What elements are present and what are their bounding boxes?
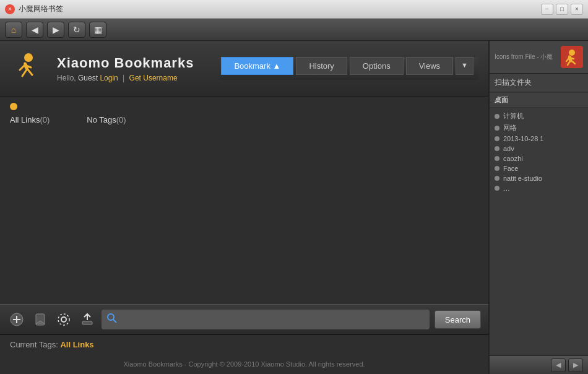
- tab-views[interactable]: Views: [406, 57, 453, 75]
- menu-button[interactable]: ▦: [89, 22, 106, 38]
- right-panel: Icons from File - 小魔 扫描文件夹 桌面 计算机: [489, 41, 588, 374]
- right-list: 计算机 网络 2013-10-28 1 adv caozhi Face: [490, 108, 588, 355]
- right-top: Icons from File - 小魔: [490, 41, 588, 74]
- bookmark-icon: [34, 313, 46, 326]
- search-input[interactable]: [121, 315, 425, 324]
- list-dot: [495, 186, 499, 191]
- no-tags-item: No Tags(0): [87, 115, 126, 124]
- search-icon: [106, 313, 118, 326]
- svg-point-16: [569, 50, 575, 56]
- left-panel: Xiaomo Bookmarks Hello, Guest Login | Ge…: [0, 41, 489, 374]
- upload-button[interactable]: [78, 310, 97, 329]
- svg-line-3: [27, 69, 32, 75]
- bottom-nav-btn-left[interactable]: ◀: [551, 359, 566, 372]
- spacer-area: [0, 207, 488, 305]
- list-item-label: natit e-studio: [503, 175, 542, 182]
- svg-point-14: [108, 314, 114, 320]
- list-dot: [495, 126, 499, 131]
- list-item-label: 网络: [503, 123, 517, 133]
- svg-rect-12: [82, 321, 92, 324]
- right-top-label: Icons from File - 小魔: [495, 53, 557, 61]
- tab-bookmark[interactable]: Bookmark ▲: [221, 57, 293, 75]
- guest-label: Guest: [78, 74, 98, 82]
- list-item[interactable]: 2013-10-28 1: [490, 134, 588, 144]
- list-dot: [495, 114, 499, 119]
- links-row: All Links(0) No Tags(0): [10, 115, 478, 124]
- refresh-button[interactable]: ↻: [68, 22, 85, 38]
- list-item-label: 计算机: [503, 111, 524, 121]
- list-dot: [495, 146, 499, 151]
- search-button[interactable]: Search: [435, 310, 481, 329]
- all-links-label: All Links: [10, 115, 40, 124]
- dot-indicator: [10, 103, 17, 110]
- list-dot: [495, 176, 499, 181]
- back-button[interactable]: ◀: [26, 22, 43, 38]
- list-dot: [495, 136, 499, 141]
- right-avatar: [561, 46, 583, 68]
- svg-line-4: [20, 65, 25, 70]
- title-bar: × 小魔网络书签 − □ ×: [0, 0, 588, 19]
- search-area: [102, 310, 430, 329]
- right-bottom-nav: ◀ ▶: [490, 355, 588, 374]
- list-item[interactable]: natit e-studio: [490, 173, 588, 183]
- nav-bar: ⌂ ◀ ▶ ↻ ▦: [0, 19, 588, 41]
- header-section: Xiaomo Bookmarks Hello, Guest Login | Ge…: [0, 41, 488, 97]
- list-item[interactable]: 计算机: [490, 110, 588, 122]
- list-item-label: 2013-10-28 1: [503, 135, 543, 142]
- logo-area: [10, 50, 47, 87]
- list-item[interactable]: 网络: [490, 122, 588, 134]
- app-icon: ×: [5, 4, 15, 14]
- scan-files[interactable]: 扫描文件夹: [490, 74, 588, 92]
- all-links-item: All Links(0): [10, 115, 50, 124]
- list-item-label: …: [503, 185, 510, 192]
- list-item[interactable]: caozhi: [490, 154, 588, 163]
- add-button[interactable]: [7, 310, 26, 329]
- tab-options[interactable]: Options: [350, 57, 404, 75]
- list-item[interactable]: Face: [490, 163, 588, 173]
- tabs-row: Bookmark ▲ History Options Views ▼: [220, 57, 473, 75]
- main-container: Xiaomo Bookmarks Hello, Guest Login | Ge…: [0, 41, 588, 374]
- footer-text: Xiaomo Bookmarks - Copyright © 2009-2010…: [123, 360, 365, 368]
- svg-point-0: [24, 53, 33, 62]
- greeting-text: Hello,: [57, 74, 76, 82]
- brand-info: Xiaomo Bookmarks Hello, Guest Login | Ge…: [57, 55, 210, 82]
- close-button[interactable]: ×: [571, 4, 583, 15]
- svg-line-2: [22, 69, 27, 76]
- scan-files-label: 扫描文件夹: [495, 78, 532, 87]
- tab-history[interactable]: History: [296, 57, 347, 75]
- settings-button[interactable]: [54, 310, 73, 329]
- no-tags-count: (0): [116, 115, 126, 124]
- no-tags-label: No Tags: [87, 115, 116, 124]
- forward-button[interactable]: ▶: [47, 22, 64, 38]
- maximize-button[interactable]: □: [556, 4, 568, 15]
- logo-svg: [11, 51, 46, 86]
- desktop-label: 桌面: [495, 96, 508, 103]
- bottom-nav-btn-right[interactable]: ▶: [568, 359, 583, 372]
- current-tags-value: All Links: [60, 340, 93, 349]
- upload-icon: [80, 313, 94, 326]
- separator: |: [123, 74, 124, 82]
- minimize-button[interactable]: −: [541, 4, 553, 15]
- tabs-bar: Bookmark ▲ History Options Views ▼: [220, 57, 478, 80]
- add-icon: [10, 313, 24, 326]
- list-item[interactable]: …: [490, 183, 588, 193]
- brand-subtitle: Hello, Guest Login | Get Username: [57, 74, 210, 82]
- right-section-header: 桌面: [490, 92, 588, 108]
- tab-arrow[interactable]: ▼: [456, 57, 473, 75]
- content-area: All Links(0) No Tags(0): [0, 97, 488, 207]
- list-item-label: Face: [503, 165, 518, 172]
- svg-point-11: [58, 314, 69, 325]
- bookmark-button[interactable]: [31, 310, 50, 329]
- list-dot: [495, 166, 499, 171]
- list-item[interactable]: adv: [490, 144, 588, 154]
- home-button[interactable]: ⌂: [5, 22, 22, 38]
- bottom-toolbar: Search: [0, 304, 488, 335]
- settings-icon: [57, 313, 71, 326]
- title-bar-left: × 小魔网络书签: [5, 4, 63, 14]
- all-links-count: (0): [40, 115, 50, 124]
- get-username-link[interactable]: Get Username: [129, 74, 178, 82]
- footer: Xiaomo Bookmarks - Copyright © 2009-2010…: [0, 354, 488, 374]
- brand-title: Xiaomo Bookmarks: [57, 55, 210, 71]
- svg-point-10: [61, 317, 66, 322]
- login-link[interactable]: Login: [100, 74, 118, 82]
